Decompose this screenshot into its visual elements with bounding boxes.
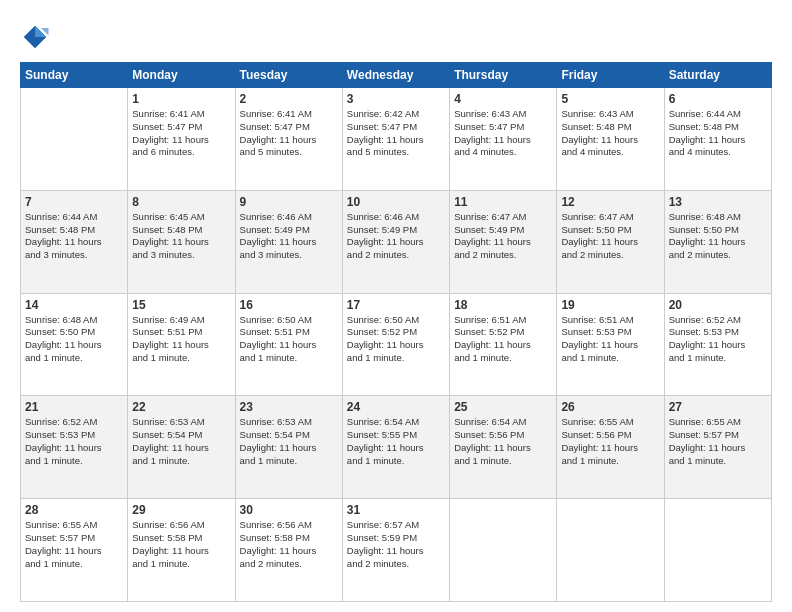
day-number: 23 [240, 400, 338, 414]
calendar-cell: 24Sunrise: 6:54 AM Sunset: 5:55 PM Dayli… [342, 396, 449, 499]
calendar-cell: 31Sunrise: 6:57 AM Sunset: 5:59 PM Dayli… [342, 499, 449, 602]
day-info: Sunrise: 6:43 AM Sunset: 5:48 PM Dayligh… [561, 108, 659, 159]
day-info: Sunrise: 6:55 AM Sunset: 5:57 PM Dayligh… [669, 416, 767, 467]
calendar-cell: 10Sunrise: 6:46 AM Sunset: 5:49 PM Dayli… [342, 190, 449, 293]
calendar-cell: 8Sunrise: 6:45 AM Sunset: 5:48 PM Daylig… [128, 190, 235, 293]
day-info: Sunrise: 6:56 AM Sunset: 5:58 PM Dayligh… [240, 519, 338, 570]
day-info: Sunrise: 6:47 AM Sunset: 5:50 PM Dayligh… [561, 211, 659, 262]
calendar-cell: 6Sunrise: 6:44 AM Sunset: 5:48 PM Daylig… [664, 88, 771, 191]
day-number: 1 [132, 92, 230, 106]
day-number: 24 [347, 400, 445, 414]
day-info: Sunrise: 6:48 AM Sunset: 5:50 PM Dayligh… [669, 211, 767, 262]
day-info: Sunrise: 6:52 AM Sunset: 5:53 PM Dayligh… [25, 416, 123, 467]
day-header-friday: Friday [557, 63, 664, 88]
day-info: Sunrise: 6:52 AM Sunset: 5:53 PM Dayligh… [669, 314, 767, 365]
day-info: Sunrise: 6:44 AM Sunset: 5:48 PM Dayligh… [25, 211, 123, 262]
day-number: 27 [669, 400, 767, 414]
day-number: 26 [561, 400, 659, 414]
day-number: 7 [25, 195, 123, 209]
day-info: Sunrise: 6:41 AM Sunset: 5:47 PM Dayligh… [240, 108, 338, 159]
day-info: Sunrise: 6:49 AM Sunset: 5:51 PM Dayligh… [132, 314, 230, 365]
calendar-cell: 16Sunrise: 6:50 AM Sunset: 5:51 PM Dayli… [235, 293, 342, 396]
calendar-cell: 17Sunrise: 6:50 AM Sunset: 5:52 PM Dayli… [342, 293, 449, 396]
day-number: 21 [25, 400, 123, 414]
calendar-cell: 15Sunrise: 6:49 AM Sunset: 5:51 PM Dayli… [128, 293, 235, 396]
day-info: Sunrise: 6:46 AM Sunset: 5:49 PM Dayligh… [240, 211, 338, 262]
day-number: 29 [132, 503, 230, 517]
calendar-week-4: 21Sunrise: 6:52 AM Sunset: 5:53 PM Dayli… [21, 396, 772, 499]
day-number: 10 [347, 195, 445, 209]
calendar-cell: 29Sunrise: 6:56 AM Sunset: 5:58 PM Dayli… [128, 499, 235, 602]
calendar-cell: 5Sunrise: 6:43 AM Sunset: 5:48 PM Daylig… [557, 88, 664, 191]
day-header-thursday: Thursday [450, 63, 557, 88]
day-info: Sunrise: 6:47 AM Sunset: 5:49 PM Dayligh… [454, 211, 552, 262]
calendar-cell: 18Sunrise: 6:51 AM Sunset: 5:52 PM Dayli… [450, 293, 557, 396]
day-number: 18 [454, 298, 552, 312]
day-info: Sunrise: 6:44 AM Sunset: 5:48 PM Dayligh… [669, 108, 767, 159]
day-info: Sunrise: 6:48 AM Sunset: 5:50 PM Dayligh… [25, 314, 123, 365]
calendar-cell: 19Sunrise: 6:51 AM Sunset: 5:53 PM Dayli… [557, 293, 664, 396]
day-number: 25 [454, 400, 552, 414]
day-number: 17 [347, 298, 445, 312]
day-info: Sunrise: 6:46 AM Sunset: 5:49 PM Dayligh… [347, 211, 445, 262]
day-number: 9 [240, 195, 338, 209]
day-info: Sunrise: 6:50 AM Sunset: 5:52 PM Dayligh… [347, 314, 445, 365]
day-info: Sunrise: 6:53 AM Sunset: 5:54 PM Dayligh… [132, 416, 230, 467]
day-number: 12 [561, 195, 659, 209]
day-info: Sunrise: 6:43 AM Sunset: 5:47 PM Dayligh… [454, 108, 552, 159]
calendar-week-3: 14Sunrise: 6:48 AM Sunset: 5:50 PM Dayli… [21, 293, 772, 396]
day-number: 28 [25, 503, 123, 517]
calendar-cell [450, 499, 557, 602]
day-number: 6 [669, 92, 767, 106]
calendar-cell [21, 88, 128, 191]
logo-icon [20, 22, 50, 52]
day-number: 13 [669, 195, 767, 209]
day-info: Sunrise: 6:55 AM Sunset: 5:57 PM Dayligh… [25, 519, 123, 570]
calendar-cell: 25Sunrise: 6:54 AM Sunset: 5:56 PM Dayli… [450, 396, 557, 499]
logo [20, 20, 54, 52]
calendar-cell: 23Sunrise: 6:53 AM Sunset: 5:54 PM Dayli… [235, 396, 342, 499]
day-info: Sunrise: 6:53 AM Sunset: 5:54 PM Dayligh… [240, 416, 338, 467]
day-number: 15 [132, 298, 230, 312]
calendar-week-5: 28Sunrise: 6:55 AM Sunset: 5:57 PM Dayli… [21, 499, 772, 602]
day-info: Sunrise: 6:50 AM Sunset: 5:51 PM Dayligh… [240, 314, 338, 365]
day-number: 3 [347, 92, 445, 106]
day-info: Sunrise: 6:56 AM Sunset: 5:58 PM Dayligh… [132, 519, 230, 570]
calendar-cell [557, 499, 664, 602]
calendar-cell: 3Sunrise: 6:42 AM Sunset: 5:47 PM Daylig… [342, 88, 449, 191]
day-number: 31 [347, 503, 445, 517]
day-info: Sunrise: 6:51 AM Sunset: 5:52 PM Dayligh… [454, 314, 552, 365]
calendar-cell: 7Sunrise: 6:44 AM Sunset: 5:48 PM Daylig… [21, 190, 128, 293]
day-number: 5 [561, 92, 659, 106]
day-header-sunday: Sunday [21, 63, 128, 88]
day-number: 11 [454, 195, 552, 209]
calendar-cell: 22Sunrise: 6:53 AM Sunset: 5:54 PM Dayli… [128, 396, 235, 499]
calendar-cell: 21Sunrise: 6:52 AM Sunset: 5:53 PM Dayli… [21, 396, 128, 499]
day-number: 8 [132, 195, 230, 209]
calendar-cell: 1Sunrise: 6:41 AM Sunset: 5:47 PM Daylig… [128, 88, 235, 191]
calendar-header-row: SundayMondayTuesdayWednesdayThursdayFrid… [21, 63, 772, 88]
calendar-body: 1Sunrise: 6:41 AM Sunset: 5:47 PM Daylig… [21, 88, 772, 602]
day-number: 4 [454, 92, 552, 106]
day-info: Sunrise: 6:42 AM Sunset: 5:47 PM Dayligh… [347, 108, 445, 159]
day-info: Sunrise: 6:54 AM Sunset: 5:55 PM Dayligh… [347, 416, 445, 467]
calendar: SundayMondayTuesdayWednesdayThursdayFrid… [20, 62, 772, 602]
day-header-wednesday: Wednesday [342, 63, 449, 88]
calendar-cell: 4Sunrise: 6:43 AM Sunset: 5:47 PM Daylig… [450, 88, 557, 191]
calendar-cell: 20Sunrise: 6:52 AM Sunset: 5:53 PM Dayli… [664, 293, 771, 396]
calendar-cell: 28Sunrise: 6:55 AM Sunset: 5:57 PM Dayli… [21, 499, 128, 602]
calendar-cell: 26Sunrise: 6:55 AM Sunset: 5:56 PM Dayli… [557, 396, 664, 499]
header [20, 20, 772, 52]
calendar-cell: 11Sunrise: 6:47 AM Sunset: 5:49 PM Dayli… [450, 190, 557, 293]
calendar-cell: 9Sunrise: 6:46 AM Sunset: 5:49 PM Daylig… [235, 190, 342, 293]
day-info: Sunrise: 6:54 AM Sunset: 5:56 PM Dayligh… [454, 416, 552, 467]
calendar-cell: 30Sunrise: 6:56 AM Sunset: 5:58 PM Dayli… [235, 499, 342, 602]
calendar-cell: 14Sunrise: 6:48 AM Sunset: 5:50 PM Dayli… [21, 293, 128, 396]
day-number: 20 [669, 298, 767, 312]
calendar-cell: 13Sunrise: 6:48 AM Sunset: 5:50 PM Dayli… [664, 190, 771, 293]
day-info: Sunrise: 6:45 AM Sunset: 5:48 PM Dayligh… [132, 211, 230, 262]
day-info: Sunrise: 6:57 AM Sunset: 5:59 PM Dayligh… [347, 519, 445, 570]
day-header-saturday: Saturday [664, 63, 771, 88]
day-info: Sunrise: 6:55 AM Sunset: 5:56 PM Dayligh… [561, 416, 659, 467]
calendar-cell: 27Sunrise: 6:55 AM Sunset: 5:57 PM Dayli… [664, 396, 771, 499]
